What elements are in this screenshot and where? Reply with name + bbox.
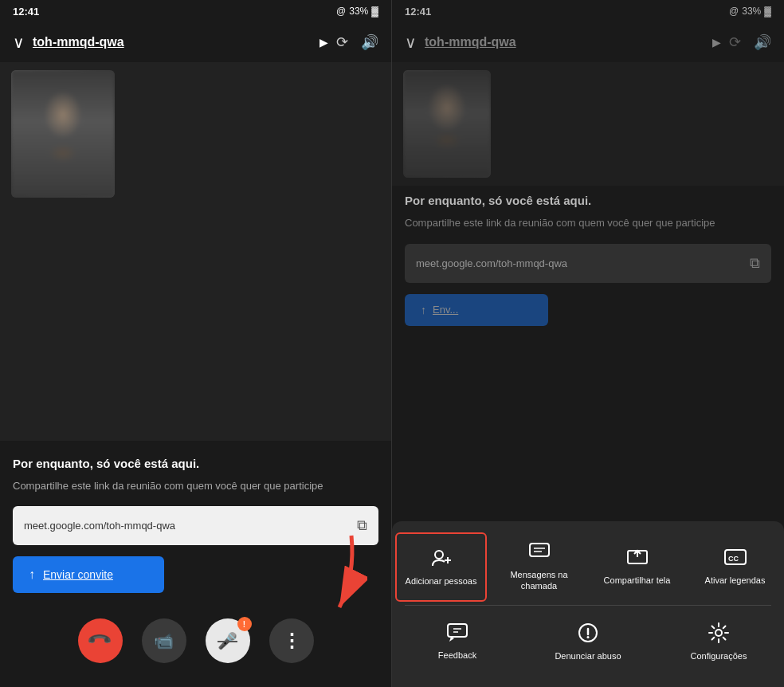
left-end-call-icon: 📞	[86, 627, 114, 655]
right-status-bar: 12:41 @ 33% ▓	[392, 0, 784, 22]
left-mic-button[interactable]: 🎤 !	[206, 618, 250, 663]
left-status-icons: @ 33% ▓	[336, 6, 378, 17]
svg-point-1	[435, 551, 443, 559]
left-copy-icon[interactable]: ⧉	[357, 517, 367, 534]
settings-icon	[708, 622, 730, 644]
left-video-button[interactable]: 📹	[142, 618, 186, 663]
left-info-title: Por enquanto, só você está aqui.	[13, 457, 378, 470]
right-face-placeholder	[403, 70, 491, 178]
right-menu-row1: Adicionar pessoas Mensagens na chamada C…	[392, 521, 784, 605]
left-battery-icon: ▓	[371, 6, 378, 17]
add-people-icon	[430, 547, 453, 569]
left-top-bar: ∨ toh-mmqd-qwa ▶ ⟳ 🔊	[0, 22, 391, 62]
left-invite-button[interactable]: ↑ Enviar convite	[13, 556, 164, 593]
right-video-thumbnail	[403, 70, 491, 178]
right-menu-overlay: Adicionar pessoas Mensagens na chamada C…	[392, 521, 784, 687]
right-menu-messages-label: Mensagens na chamada	[496, 569, 582, 592]
right-arrow-right-icon: ▶	[712, 36, 721, 49]
feedback-icon	[446, 622, 468, 643]
right-camera-switch-icon[interactable]: ⟳	[729, 33, 741, 51]
right-top-icons: ⟳ 🔊	[729, 33, 771, 51]
report-abuse-icon	[577, 622, 599, 644]
right-menu-feedback-label: Feedback	[438, 650, 476, 661]
right-menu-share-screen[interactable]: Compartilhar tela	[588, 529, 686, 605]
right-volume-icon[interactable]: 🔊	[754, 33, 771, 51]
left-invite-label: Enviar convite	[43, 568, 113, 581]
right-status-icons: @ 33% ▓	[729, 6, 771, 17]
right-time: 12:41	[405, 6, 431, 18]
svg-rect-4	[530, 544, 549, 556]
right-menu-captions[interactable]: CC Ativar legendas	[686, 529, 784, 605]
svg-point-16	[715, 630, 722, 636]
right-menu-report-abuse-label: Denunciar abuso	[555, 650, 621, 661]
right-phone-screen: 12:41 @ 33% ▓ ∨ toh-mmqd-qwa ▶ ⟳ 🔊 Por e…	[392, 0, 784, 687]
right-signal-icon: @	[729, 6, 739, 17]
right-top-bar: ∨ toh-mmqd-qwa ▶ ⟳ 🔊	[392, 22, 784, 62]
right-battery-icon: ▓	[764, 6, 771, 17]
left-phone-screen: 12:41 @ 33% ▓ ∨ toh-mmqd-qwa ▶ ⟳ 🔊 Por e…	[0, 0, 392, 687]
right-menu-share-screen-label: Compartilhar tela	[604, 575, 671, 586]
right-chevron-down-icon[interactable]: ∨	[405, 33, 417, 52]
messages-icon	[528, 542, 551, 563]
left-meeting-code[interactable]: toh-mmqd-qwa	[33, 35, 312, 49]
right-link-box[interactable]: meet.google.com/toh-mmqd-qwa ⧉	[405, 244, 771, 283]
right-info-area: Por enquanto, só você está aqui. Compart…	[392, 186, 784, 334]
share-screen-icon	[626, 548, 649, 568]
left-link-box[interactable]: meet.google.com/toh-mmqd-qwa ⧉	[13, 506, 378, 545]
left-link-text: meet.google.com/toh-mmqd-qwa	[24, 520, 175, 532]
right-info-desc: Compartilhe este link da reunião com que…	[405, 215, 771, 231]
left-camera-switch-icon[interactable]: ⟳	[336, 33, 348, 51]
svg-point-15	[587, 636, 590, 638]
right-info-title: Por enquanto, só você está aqui.	[405, 194, 771, 207]
left-signal-icon: @	[336, 6, 346, 17]
right-menu-report-abuse[interactable]: Denunciar abuso	[523, 609, 653, 674]
left-mic-icon: 🎤	[218, 631, 237, 650]
left-video-icon: 📹	[154, 631, 174, 650]
left-end-call-button[interactable]: 📞	[78, 618, 123, 663]
left-face-placeholder	[11, 70, 115, 198]
left-more-button[interactable]: ⋮	[269, 618, 314, 663]
left-bottom-controls: 📞 📹 🎤 ! ⋮	[0, 606, 391, 687]
right-menu-messages[interactable]: Mensagens na chamada	[490, 529, 588, 605]
left-video-area	[0, 62, 391, 441]
right-menu-settings[interactable]: Configurações	[653, 609, 784, 674]
captions-icon: CC	[723, 548, 747, 568]
right-menu-add-people-label: Adicionar pessoas	[406, 575, 477, 587]
left-volume-icon[interactable]: 🔊	[361, 33, 378, 51]
left-arrow-right-icon: ▶	[319, 36, 328, 49]
right-copy-icon[interactable]: ⧉	[750, 255, 760, 272]
right-link-text: meet.google.com/toh-mmqd-qwa	[416, 257, 567, 269]
left-video-thumbnail	[11, 70, 115, 198]
right-menu-row2: Feedback Denunciar abuso Configurações	[392, 606, 784, 687]
left-invite-icon: ↑	[29, 567, 35, 582]
left-info-area: Por enquanto, só você está aqui. Compart…	[0, 441, 391, 607]
left-mic-badge: !	[237, 617, 252, 631]
right-menu-feedback[interactable]: Feedback	[392, 609, 523, 674]
left-info-desc: Compartilhe este link da reunião com que…	[13, 478, 378, 494]
right-menu-captions-label: Ativar legendas	[705, 575, 766, 586]
right-menu-settings-label: Configurações	[691, 650, 747, 661]
left-top-icons: ⟳ 🔊	[336, 33, 378, 51]
left-time: 12:41	[13, 6, 39, 18]
left-chevron-down-icon[interactable]: ∨	[13, 33, 25, 52]
right-invite-icon: ↑	[421, 304, 426, 316]
right-battery-text: 33%	[742, 6, 761, 17]
right-meeting-code[interactable]: toh-mmqd-qwa	[425, 35, 704, 49]
right-menu-add-people[interactable]: Adicionar pessoas	[395, 532, 487, 602]
left-more-icon: ⋮	[282, 630, 301, 652]
right-video-area	[392, 62, 784, 186]
left-battery-text: 33%	[349, 6, 368, 17]
left-status-bar: 12:41 @ 33% ▓	[0, 0, 391, 22]
svg-text:CC: CC	[728, 555, 739, 563]
svg-rect-10	[448, 624, 467, 637]
right-invite-label-partial: Env...	[433, 304, 458, 316]
